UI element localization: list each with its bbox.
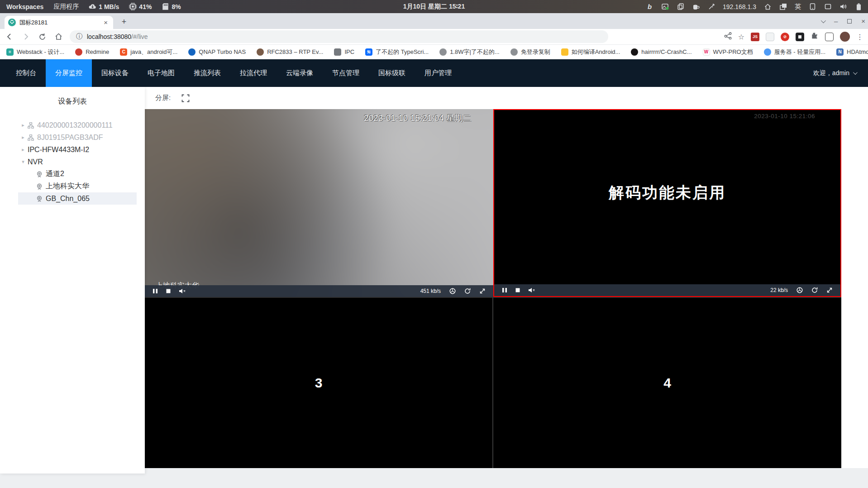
ext-tampermonkey-icon[interactable]: JS — [751, 33, 759, 41]
nav-tab-node-manage[interactable]: 节点管理 — [323, 59, 369, 87]
share-icon[interactable] — [724, 32, 732, 41]
refresh-icon[interactable] — [464, 288, 471, 294]
forward-button[interactable] — [19, 30, 33, 43]
bookmark-item[interactable]: Redmine — [75, 48, 109, 56]
refresh-icon[interactable] — [811, 287, 818, 293]
battery-tray-icon[interactable] — [855, 3, 863, 10]
mute-icon[interactable] — [179, 288, 186, 294]
caret-right-icon[interactable]: ▸ — [20, 147, 26, 153]
window-tray-icon[interactable] — [824, 3, 832, 10]
nav-tab-gb-devices[interactable]: 国标设备 — [92, 59, 138, 87]
settings-aperture-icon[interactable] — [796, 287, 803, 293]
stop-icon[interactable] — [166, 288, 171, 294]
nav-tab-e-map[interactable]: 电子地图 — [138, 59, 184, 87]
caret-down-icon[interactable]: ▾ — [20, 159, 26, 165]
tab-close-icon[interactable]: × — [102, 19, 110, 26]
tree-node-label: GB_Chn_065 — [46, 195, 90, 203]
tree-node-platform[interactable]: ▸ 8J01915PAGB3ADF — [0, 131, 145, 144]
browser-tab[interactable]: 国标28181 × — [5, 16, 113, 29]
ext-mask-icon[interactable] — [766, 33, 774, 41]
nav-tab-split-monitor[interactable]: 分屏监控 — [46, 59, 92, 87]
bookmark-item[interactable]: 服务器 - 轻量应用... — [764, 48, 825, 56]
fullscreen-expand-icon[interactable] — [479, 288, 486, 294]
bing-tray-icon[interactable]: b — [646, 3, 653, 10]
bookmark-item[interactable]: RFC2833 – RTP Ev... — [257, 48, 323, 56]
tree-node-channel[interactable]: 上地科实大华 — [0, 180, 145, 192]
workspaces-button[interactable]: Workspaces — [6, 3, 43, 10]
bookmark-item[interactable]: 知了不起的 TypeScri... — [365, 48, 429, 56]
tree-node-channel-selected[interactable]: GB_Chn_065 — [18, 192, 137, 205]
tree-node-device[interactable]: ▸ IPC-HFW4433M-I2 — [0, 144, 145, 156]
phone-tray-icon[interactable] — [809, 3, 816, 10]
bookmark-item[interactable]: ≡Webstack - 设计... — [6, 48, 64, 56]
browser-menu-icon[interactable]: ⋮ — [856, 33, 863, 41]
settings-aperture-icon[interactable] — [449, 288, 456, 294]
ext-blocker-icon[interactable]: ⊘ — [781, 33, 789, 41]
windows-tray-icon[interactable] — [779, 3, 787, 10]
video-cell-3-empty[interactable]: 3 — [145, 297, 493, 468]
bookmark-item[interactable]: hairrrrr/C-CrashC... — [631, 48, 692, 56]
video-cell-1[interactable]: 2023-01-10 15:21:04 星期二 上地科实大华 451 kb/s — [145, 109, 493, 297]
fullscreen-expand-icon[interactable] — [826, 287, 833, 293]
cpu-chip-icon — [129, 3, 137, 10]
color-picker-tray-icon[interactable] — [707, 3, 715, 10]
bookmark-star-icon[interactable]: ☆ — [738, 33, 744, 41]
bookmarks-bar: ≡Webstack - 设计... Redmine Cjava、android可… — [0, 45, 868, 59]
nav-tab-push-list[interactable]: 推流列表 — [184, 59, 230, 87]
mute-icon[interactable] — [528, 287, 536, 293]
bookmark-item[interactable]: 免登录复制 — [510, 48, 550, 56]
pause-icon[interactable] — [502, 287, 507, 293]
bookmark-item[interactable]: 如何编译Android... — [561, 48, 620, 56]
site-info-icon[interactable]: ⓘ — [76, 33, 82, 41]
memory-usage-indicator[interactable]: 8% — [162, 3, 181, 10]
tab-search-icon[interactable] — [821, 18, 826, 23]
bookmark-folder[interactable]: IPC — [334, 48, 354, 56]
bookmark-item[interactable]: Cjava、android可... — [120, 48, 177, 56]
video-cell-2-selected[interactable]: 2023-01-10 15:21:06 解码功能未启用 22 kb/s — [493, 109, 841, 297]
tree-node-platform[interactable]: ▸ 4402000013200000111 — [0, 119, 145, 131]
home-tray-icon[interactable] — [764, 3, 772, 10]
input-method-indicator[interactable]: 英 — [795, 3, 801, 11]
caret-right-icon[interactable]: ▸ — [20, 134, 26, 140]
bookmark-item[interactable]: QNAP Turbo NAS — [188, 48, 246, 56]
ext-frame-icon[interactable] — [825, 33, 834, 41]
caret-right-icon[interactable]: ▸ — [20, 122, 26, 128]
bookmark-item[interactable]: WWVP-PRO文档 — [703, 48, 753, 56]
clipboard-tray-icon[interactable] — [677, 3, 684, 10]
nav-tab-user-manage[interactable]: 用户管理 — [415, 59, 461, 87]
profile-avatar[interactable] — [840, 32, 850, 42]
window-minimize-button[interactable]: – — [834, 17, 838, 25]
nav-tab-cloud-record[interactable]: 云端录像 — [277, 59, 323, 87]
bookmark-item[interactable]: 1.8W字|了不起的... — [439, 48, 500, 56]
pause-icon[interactable] — [153, 288, 158, 294]
coffee-tray-icon[interactable] — [692, 3, 700, 10]
network-speed-indicator[interactable]: 1 MB/s — [89, 3, 119, 10]
split-1-fullscreen-icon[interactable] — [181, 94, 190, 102]
new-tab-button[interactable]: + — [119, 17, 129, 27]
url-omnibox[interactable]: ⓘ localhost:38080 /#/live — [70, 30, 608, 43]
stop-icon[interactable] — [515, 287, 520, 293]
user-menu[interactable]: 欢迎，admin — [813, 69, 868, 77]
applications-menu[interactable]: 应用程序 — [53, 3, 79, 11]
video-cell-4-empty[interactable]: 4 — [493, 297, 841, 468]
tree-node-channel[interactable]: 通道2 — [0, 168, 145, 180]
nav-tab-pull-proxy[interactable]: 拉流代理 — [230, 59, 277, 87]
volume-tray-icon[interactable] — [839, 3, 847, 10]
split-4-grid-icon[interactable] — [200, 94, 208, 102]
sitemap-icon — [28, 134, 34, 141]
browser-home-button[interactable] — [52, 30, 65, 43]
extensions-puzzle-icon[interactable] — [811, 32, 819, 42]
ip-address-indicator[interactable]: 192.168.1.3 — [723, 3, 756, 10]
reload-button[interactable] — [35, 30, 49, 43]
tree-node-device-expanded[interactable]: ▾ NVR — [0, 156, 145, 168]
ext-screenshot-icon[interactable] — [796, 33, 804, 41]
window-close-button[interactable]: × — [861, 17, 865, 25]
cpu-usage-indicator[interactable]: 41% — [129, 3, 152, 10]
window-restore-button[interactable] — [847, 19, 852, 24]
nav-tab-gb-cascade[interactable]: 国标级联 — [369, 59, 415, 87]
screenshot-tray-icon[interactable] — [661, 3, 669, 10]
nav-tab-console[interactable]: 控制台 — [6, 59, 46, 87]
split-9-grid-icon[interactable] — [219, 94, 227, 102]
back-button[interactable] — [3, 30, 16, 43]
bookmark-item[interactable]: NHDAtmos :: 种子 *... — [836, 48, 868, 56]
